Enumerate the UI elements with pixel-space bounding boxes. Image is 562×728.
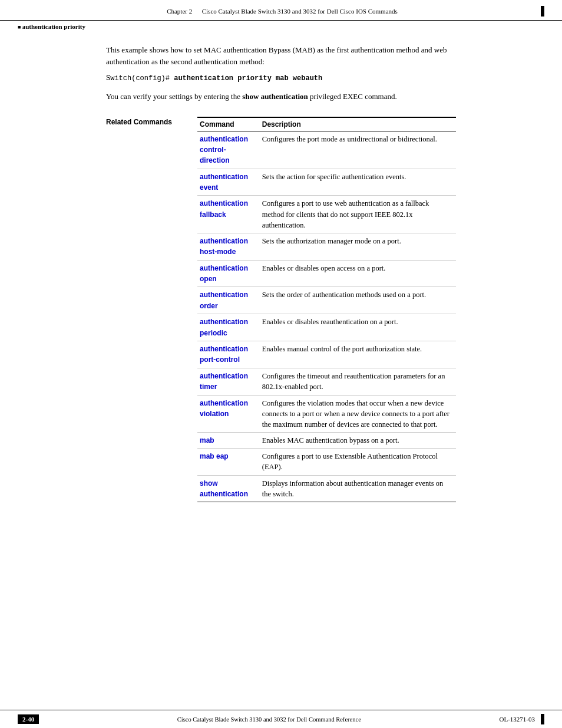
description-cell: Sets the order of authentication methods… [260,287,456,314]
header-title: Cisco Catalyst Blade Switch 3130 and 303… [202,8,398,15]
command-link[interactable]: authentication order [200,291,248,309]
command-cell[interactable]: authenticationviolation [197,395,260,432]
column-description: Description [260,117,456,131]
command-cell[interactable]: mab eap [197,449,260,475]
main-content: This example shows how to set MAC authen… [0,32,562,514]
table-row: authenticationport-controlEnables manual… [197,341,456,368]
command-link[interactable]: authentication open [200,264,248,283]
table-row: authenticationfallbackConfigures a port … [197,196,456,233]
table-row: authentication timerConfigures the timeo… [197,368,456,395]
table-row: mabEnables MAC authentication bypass on … [197,432,456,448]
verify-paragraph: You can verify your settings by entering… [106,91,456,103]
command-link[interactable]: mab [200,436,214,444]
command-cell[interactable]: authentication timer [197,368,260,395]
table-row: authenticationperiodicEnables or disable… [197,314,456,341]
description-cell: Displays information about authenticatio… [260,475,456,502]
header-chapter-title: Chapter 2 Cisco Catalyst Blade Switch 31… [29,8,535,15]
header-right-border [541,6,544,17]
table-row: mab eapConfigures a port to use Extensib… [197,449,456,475]
command-link[interactable]: violation [200,410,229,418]
table-row: authenticationcontrol-directionConfigure… [197,131,456,169]
description-cell: Enables or disables open access on a por… [260,260,456,287]
column-command: Command [197,117,260,131]
command-link[interactable]: host-mode [200,248,236,256]
table-row: show authenticationDisplays information … [197,475,456,502]
command-link[interactable]: authentication [200,399,248,407]
description-cell: Configures a port to use Extensible Auth… [260,449,456,475]
code-example: Switch(config)# authentication priority … [106,74,456,83]
command-link[interactable]: authentication [200,237,248,245]
command-cell[interactable]: authenticationcontrol-direction [197,131,260,169]
table-row: authenticationhost-modeSets the authoriz… [197,233,456,260]
description-cell: Sets the authorization manager mode on a… [260,233,456,260]
command-cell[interactable]: mab [197,432,260,448]
command-cell[interactable]: authenticationport-control [197,341,260,368]
table-row: authenticationviolationConfigures the vi… [197,395,456,432]
page-header: Chapter 2 Cisco Catalyst Blade Switch 31… [0,0,562,21]
description-cell: Enables MAC authentication bypass on a p… [260,432,456,448]
command-cell[interactable]: authentication event [197,169,260,196]
command-cell[interactable]: authenticationhost-mode [197,233,260,260]
description-cell: Enables or disables reauthentication on … [260,314,456,341]
related-commands-label: Related Commands [106,117,197,503]
page-subheader: authentication priority [0,21,562,32]
command-cell[interactable]: authenticationperiodic [197,314,260,341]
description-cell: Configures the port mode as unidirection… [260,131,456,169]
command-link[interactable]: authentication event [200,173,248,192]
command-cell[interactable]: authentication open [197,260,260,287]
related-commands-section: Related Commands Command Description aut… [106,117,456,503]
footer-right-border [541,714,544,724]
table-row: authentication openEnables or disables o… [197,260,456,287]
description-cell: Enables manual control of the port autho… [260,341,456,368]
chapter-label: Chapter 2 [167,8,192,15]
command-link[interactable]: authentication [200,318,248,326]
command-cell[interactable]: authenticationfallback [197,196,260,233]
commands-table: Command Description authenticationcontro… [197,117,456,503]
command-link[interactable]: control-direction [200,146,230,164]
command-link[interactable]: authentication [200,135,248,143]
footer-doc-number: OL-13271-03 [500,716,535,723]
footer-page-number: 2-40 [18,714,39,724]
command-cell[interactable]: authentication order [197,287,260,314]
command-link[interactable]: show authentication [200,479,248,498]
description-cell: Configures the timeout and reauthenticat… [260,368,456,395]
command-link[interactable]: fallback [200,210,226,219]
command-link[interactable]: periodic [200,329,227,337]
command-link[interactable]: mab eap [200,452,229,460]
command-link[interactable]: port-control [200,355,240,364]
page-footer: 2-40 Cisco Catalyst Blade Switch 3130 an… [0,710,562,728]
command-link[interactable]: authentication timer [200,372,248,391]
footer-doc-title: Cisco Catalyst Blade Switch 3130 and 303… [51,716,487,723]
command-cell[interactable]: show authentication [197,475,260,502]
intro-paragraph: This example shows how to set MAC authen… [106,44,456,67]
command-link[interactable]: authentication [200,199,248,207]
table-row: authentication eventSets the action for … [197,169,456,196]
description-cell: Sets the action for specific authenticat… [260,169,456,196]
command-link[interactable]: authentication [200,345,248,353]
table-row: authentication orderSets the order of au… [197,287,456,314]
table-header-row: Command Description [197,117,456,131]
description-cell: Configures a port to use web authenticat… [260,196,456,233]
description-cell: Configures the violation modes that occu… [260,395,456,432]
